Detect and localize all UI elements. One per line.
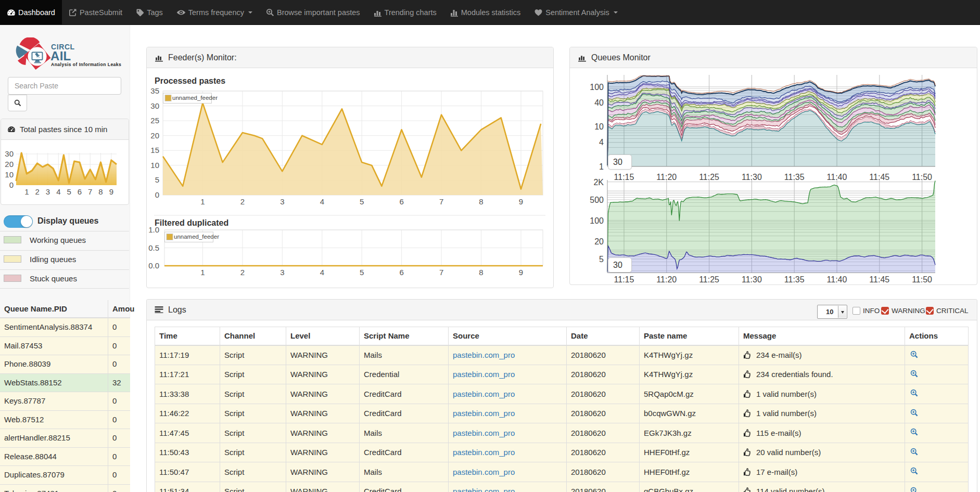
svg-text:4: 4 [56, 187, 60, 196]
svg-text:100: 100 [590, 216, 604, 225]
svg-text:5: 5 [67, 187, 71, 196]
svg-text:AIL: AIL [50, 49, 71, 63]
svg-text:40: 40 [594, 98, 604, 107]
svg-text:1: 1 [200, 197, 205, 206]
svg-text:11:20: 11:20 [656, 275, 677, 284]
svg-text:unnamed_feeder: unnamed_feeder [174, 234, 219, 240]
svg-text:1: 1 [599, 162, 604, 171]
svg-text:3: 3 [46, 187, 50, 196]
svg-text:3: 3 [280, 197, 284, 206]
svg-text:8: 8 [98, 187, 103, 196]
svg-text:2K: 2K [593, 178, 604, 187]
svg-text:20: 20 [594, 237, 604, 246]
svg-text:2: 2 [35, 187, 39, 196]
svg-text:15: 15 [150, 146, 159, 154]
svg-text:10: 10 [5, 170, 14, 179]
svg-text:6: 6 [78, 187, 82, 196]
svg-text:5: 5 [360, 268, 364, 277]
svg-text:20: 20 [5, 160, 14, 169]
svg-text:5: 5 [599, 255, 604, 264]
svg-text:11:15: 11:15 [614, 275, 634, 284]
svg-text:35: 35 [150, 86, 159, 95]
svg-text:8: 8 [479, 197, 483, 206]
svg-text:0: 0 [155, 190, 159, 199]
svg-text:100: 100 [590, 83, 604, 92]
svg-text:6: 6 [399, 197, 403, 206]
svg-text:4: 4 [599, 138, 604, 147]
svg-text:11:30: 11:30 [742, 275, 762, 284]
svg-text:30: 30 [5, 149, 14, 158]
svg-text:4: 4 [320, 268, 324, 277]
svg-text:0.5: 0.5 [148, 243, 159, 252]
svg-text:1: 1 [200, 268, 205, 277]
svg-text:11:25: 11:25 [699, 275, 719, 284]
svg-text:11:50: 11:50 [912, 275, 932, 284]
svg-text:500: 500 [590, 196, 604, 204]
svg-text:unnamed_feeder: unnamed_feeder [172, 95, 218, 101]
svg-text:7: 7 [439, 197, 443, 206]
svg-text:11:45: 11:45 [869, 275, 889, 284]
svg-text:Filtered duplicated: Filtered duplicated [155, 218, 228, 227]
svg-text:5: 5 [155, 175, 159, 184]
svg-text:2: 2 [240, 268, 245, 277]
svg-text:6: 6 [399, 268, 403, 277]
svg-text:9: 9 [519, 268, 523, 277]
svg-text:1: 1 [24, 187, 29, 196]
svg-text:1.0: 1.0 [148, 225, 159, 234]
svg-text:10: 10 [150, 161, 159, 170]
svg-text:0.0: 0.0 [148, 261, 159, 270]
svg-text:11:35: 11:35 [784, 275, 805, 284]
svg-text:20: 20 [150, 131, 159, 140]
svg-text:0: 0 [9, 180, 14, 189]
svg-text:8: 8 [479, 268, 483, 277]
svg-text:7: 7 [439, 268, 443, 277]
svg-text:30: 30 [150, 101, 159, 110]
svg-text:4: 4 [320, 197, 324, 206]
svg-text:11:40: 11:40 [827, 275, 847, 284]
svg-text:9: 9 [519, 197, 523, 206]
svg-text:10: 10 [594, 122, 604, 131]
svg-text:Analysis of Information Leaks: Analysis of Information Leaks [51, 62, 121, 67]
svg-text:9: 9 [109, 187, 113, 196]
svg-text:2: 2 [240, 197, 245, 206]
svg-text:7: 7 [88, 187, 92, 196]
svg-text:Processed pastes: Processed pastes [155, 76, 225, 85]
svg-text:25: 25 [150, 116, 159, 125]
svg-text:5: 5 [360, 197, 364, 206]
svg-text:3: 3 [280, 268, 284, 277]
